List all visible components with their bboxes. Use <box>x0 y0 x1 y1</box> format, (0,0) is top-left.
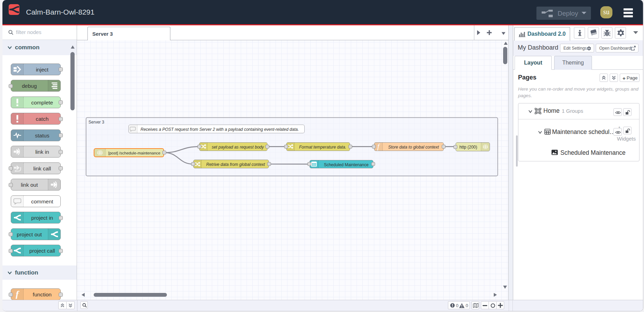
svg-text:Server 3: Server 3 <box>88 120 104 125</box>
